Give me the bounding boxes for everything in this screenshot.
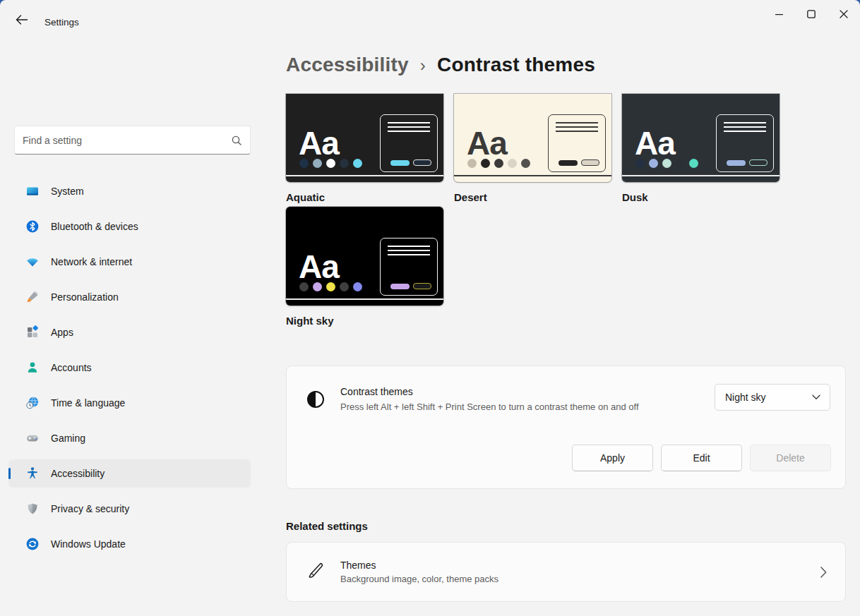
preview-text: Aa (635, 127, 675, 159)
contrast-panel-description: Press left Alt + left Shift + Print Scre… (340, 401, 639, 412)
minimize-icon (775, 8, 783, 21)
preview-dialog (380, 238, 438, 296)
contrast-panel-title: Contrast themes (340, 386, 413, 397)
search-icon (231, 135, 242, 149)
theme-preview: Aa (286, 94, 443, 182)
preview-dialog (548, 114, 606, 172)
theme-card-label: Desert (454, 191, 611, 203)
sidebar-item-accounts[interactable]: Accounts (8, 354, 251, 382)
sidebar-item-label: Bluetooth & devices (51, 221, 138, 232)
privacy-security-icon (25, 502, 40, 516)
preview-text: Aa (299, 250, 339, 283)
sidebar-item-label: Network & internet (51, 256, 132, 267)
sidebar-item-label: Accessibility (51, 468, 104, 479)
sidebar-item-label: System (51, 186, 84, 197)
sidebar-item-personalization[interactable]: Personalization (8, 283, 251, 311)
sidebar-item-label: Personalization (51, 291, 119, 303)
windows-update-icon (25, 537, 40, 551)
delete-button[interactable]: Delete (750, 445, 831, 471)
sidebar-item-label: Apps (51, 327, 73, 338)
maximize-icon (807, 8, 816, 21)
personalization-icon (25, 290, 40, 304)
sidebar-item-label: Time & language (51, 397, 125, 409)
sidebar-item-label: Accounts (51, 362, 92, 373)
themes-brush-icon (306, 562, 325, 583)
sidebar-item-privacy-security[interactable]: Privacy & security (8, 495, 251, 523)
accessibility-icon (25, 466, 40, 481)
preview-text: Aa (467, 127, 507, 159)
preview-taskbar-line (622, 175, 780, 176)
sidebar-item-network-internet[interactable]: Network & internet (8, 248, 251, 276)
breadcrumb: Accessibility › Contrast themes (286, 54, 595, 76)
sidebar-item-apps[interactable]: Apps (8, 318, 251, 346)
contrast-icon (306, 390, 325, 411)
apps-icon (25, 325, 40, 339)
contrast-themes-panel: Contrast themes Press left Alt + left Sh… (286, 366, 846, 489)
preview-dialog (380, 114, 438, 172)
theme-card-desert[interactable]: Aa Desert (454, 94, 611, 203)
sidebar-item-label: Gaming (51, 433, 85, 444)
chevron-down-icon (812, 394, 820, 400)
sidebar-item-gaming[interactable]: Gaming (8, 424, 251, 452)
dropdown-value: Night sky (725, 392, 766, 403)
maximize-button[interactable] (795, 0, 828, 30)
bluetooth-icon (25, 219, 40, 234)
sidebar-item-accessibility[interactable]: Accessibility (8, 459, 251, 488)
theme-card-aquatic[interactable]: Aa Aquatic (286, 94, 443, 203)
time-language-icon (25, 396, 40, 410)
theme-card-dusk[interactable]: Aa Dusk (622, 94, 780, 203)
themes-row[interactable]: Themes Background image, color, theme pa… (286, 542, 846, 602)
search-box (14, 126, 251, 155)
theme-card-night-sky[interactable]: Aa Night sky (286, 207, 443, 327)
theme-card-label: Dusk (622, 191, 780, 203)
theme-card-label: Aquatic (286, 191, 443, 203)
preview-text: Aa (299, 127, 339, 159)
back-arrow-icon (16, 14, 28, 28)
app-title: Settings (44, 17, 79, 28)
contrast-panel-buttons: Apply Edit Delete (572, 445, 831, 471)
sidebar-item-windows-update[interactable]: Windows Update (8, 530, 251, 558)
contrast-theme-dropdown[interactable]: Night sky (715, 384, 830, 411)
chevron-right-icon (820, 567, 827, 578)
breadcrumb-parent[interactable]: Accessibility (286, 54, 409, 76)
close-button[interactable] (828, 0, 860, 30)
palette-dots (467, 159, 530, 168)
themes-row-subtitle: Background image, color, theme packs (340, 574, 498, 584)
gaming-icon (25, 431, 40, 445)
theme-card-label: Night sky (286, 315, 443, 327)
apply-button[interactable]: Apply (572, 445, 653, 471)
minimize-button[interactable] (763, 0, 795, 30)
themes-row-title: Themes (340, 560, 498, 571)
sidebar-item-label: Windows Update (51, 538, 126, 550)
sidebar-item-system[interactable]: System (8, 177, 251, 205)
sidebar-item-time-language[interactable]: Time & language (8, 389, 251, 417)
sidebar-nav: System Bluetooth & devices Network & int… (8, 177, 251, 565)
related-settings-heading: Related settings (286, 520, 368, 532)
close-icon (840, 8, 848, 21)
back-button[interactable] (10, 10, 34, 32)
theme-preview: Aa (622, 94, 780, 182)
sidebar-item-bluetooth-devices[interactable]: Bluetooth & devices (8, 212, 251, 241)
page-title: Contrast themes (437, 54, 595, 76)
search-input[interactable] (15, 126, 250, 154)
themes-row-texts: Themes Background image, color, theme pa… (340, 560, 498, 584)
sidebar-item-label: Privacy & security (51, 503, 129, 514)
edit-button[interactable]: Edit (661, 445, 742, 471)
palette-dots (299, 282, 362, 291)
settings-window: Settings System Bluetooth & devices Netw… (0, 0, 860, 616)
preview-taskbar-line (454, 175, 611, 176)
palette-dots (635, 159, 698, 168)
palette-dots (299, 159, 362, 168)
theme-preview: Aa (454, 94, 611, 182)
network-icon (25, 255, 40, 269)
breadcrumb-separator-icon: › (420, 54, 426, 76)
window-controls (763, 0, 860, 30)
accounts-icon (25, 361, 40, 375)
preview-dialog (716, 114, 774, 172)
preview-taskbar-line (286, 175, 443, 176)
theme-preview: Aa (286, 207, 443, 306)
preview-taskbar-line (286, 298, 443, 300)
system-icon (25, 184, 40, 198)
